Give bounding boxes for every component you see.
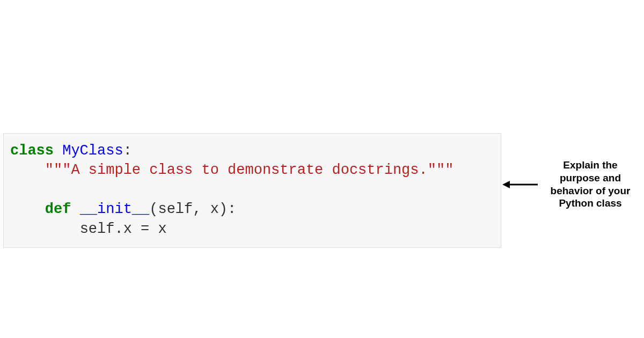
keyword-def: def <box>45 201 71 217</box>
svg-marker-1 <box>502 181 510 188</box>
code-indent <box>10 221 80 237</box>
code-space <box>71 201 79 217</box>
class-name: MyClass <box>62 143 123 159</box>
function-name: __init__ <box>80 201 150 217</box>
docstring-text: """A simple class to demonstrate docstri… <box>45 162 454 178</box>
code-indent <box>10 162 45 178</box>
code-colon: : <box>123 143 132 159</box>
body-text: self.x = x <box>80 221 167 237</box>
code-indent <box>10 201 45 217</box>
params-text: (self, x): <box>149 201 236 217</box>
keyword-class: class <box>10 143 54 159</box>
code-block: class MyClass: """A simple class to demo… <box>3 133 501 248</box>
figure-container: class MyClass: """A simple class to demo… <box>3 133 639 248</box>
annotation-wrap: Explain the purpose and behavior of your… <box>502 159 639 210</box>
arrow-left-icon <box>502 179 539 190</box>
annotation-text: Explain the purpose and behavior of your… <box>542 159 639 210</box>
code-space <box>54 143 62 159</box>
